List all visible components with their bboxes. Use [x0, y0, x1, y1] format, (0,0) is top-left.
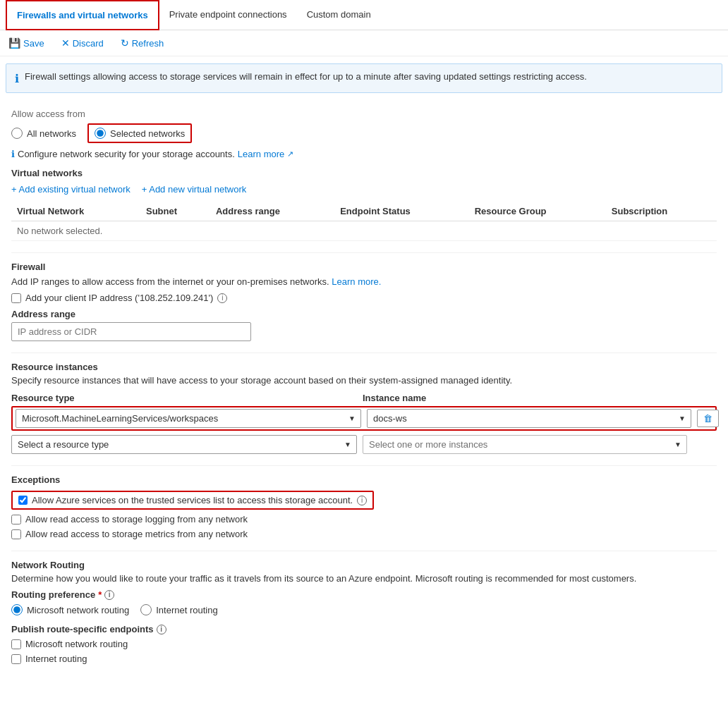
- access-section: Allow access from All networks Selected …: [11, 109, 717, 159]
- add-existing-vnet-button[interactable]: + Add existing virtual network: [11, 184, 131, 195]
- microsoft-routing-radio[interactable]: [11, 604, 23, 615]
- resource-instances-desc: Specify resource instances that will hav…: [11, 375, 717, 386]
- refresh-button[interactable]: ↻ Refresh: [118, 36, 167, 50]
- all-networks-option[interactable]: All networks: [11, 128, 76, 139]
- instance-name-select[interactable]: docs-ws: [367, 409, 691, 428]
- col-endpoint-status: Endpoint Status: [334, 202, 468, 221]
- no-network-text: No network selected.: [11, 221, 717, 241]
- publish-internet-routing-row: Internet routing: [11, 654, 717, 664]
- refresh-icon: ↻: [121, 37, 129, 49]
- microsoft-routing-label: Microsoft network routing: [27, 605, 129, 615]
- selected-networks-option[interactable]: Selected networks: [87, 123, 192, 143]
- no-network-row: No network selected.: [11, 221, 717, 241]
- col-subnet: Subnet: [140, 202, 210, 221]
- required-star: *: [98, 589, 102, 600]
- address-range-input[interactable]: [11, 322, 251, 341]
- col-address-range: Address range: [210, 202, 334, 221]
- save-button[interactable]: 💾 Save: [6, 36, 47, 50]
- toolbar: 💾 Save ✕ Discard ↻ Refresh: [0, 30, 728, 56]
- selected-networks-radio[interactable]: [95, 128, 106, 139]
- exception-0-info-icon: i: [357, 496, 367, 505]
- publish-microsoft-routing-row: Microsoft network routing: [11, 639, 717, 649]
- col-resource-group: Resource Group: [469, 202, 606, 221]
- info-bar: ℹ Firewall settings allowing access to s…: [6, 63, 722, 93]
- tab-custom-domain[interactable]: Custom domain: [297, 1, 381, 30]
- resource-instances-label: Resource instances: [11, 362, 717, 372]
- virtual-networks-section: Virtual networks + Add existing virtual …: [11, 168, 717, 241]
- access-section-label: Allow access from: [11, 109, 717, 119]
- routing-preference-info-icon: i: [104, 590, 114, 600]
- client-ip-info-icon: i: [217, 293, 227, 303]
- radio-group: All networks Selected networks: [11, 123, 717, 143]
- publish-microsoft-routing-checkbox[interactable]: [11, 639, 21, 649]
- tab-private-endpoints[interactable]: Private endpoint connections: [159, 1, 297, 30]
- exception-2-checkbox[interactable]: [11, 529, 21, 539]
- info-icon: ℹ: [15, 72, 19, 85]
- network-routing-section: Network Routing Determine how you would …: [11, 551, 717, 664]
- col-subscription: Subscription: [606, 202, 717, 221]
- discard-icon: ✕: [61, 37, 70, 49]
- empty-instance-select[interactable]: Select one or more instances: [363, 435, 687, 454]
- main-content: Allow access from All networks Selected …: [0, 100, 728, 677]
- resource-row-empty: Select a resource type ▼ Select one or m…: [11, 435, 717, 454]
- exception-2-text: Allow read access to storage metrics fro…: [25, 529, 248, 539]
- resource-col-headers: Resource type Instance name: [11, 393, 717, 403]
- routing-preference-label: Routing preference * i: [11, 589, 717, 600]
- publish-internet-routing-label: Internet routing: [25, 654, 87, 664]
- tabs-container: Firewalls and virtual networks Private e…: [0, 0, 728, 30]
- exception-0-text: Allow Azure services on the trusted serv…: [32, 495, 353, 505]
- external-link-icon: ↗: [287, 149, 293, 159]
- vnet-actions: + Add existing virtual network + Add new…: [11, 184, 717, 195]
- virtual-networks-label: Virtual networks: [11, 168, 717, 178]
- exception-row-2: Allow read access to storage metrics fro…: [11, 529, 717, 539]
- page-container: Firewalls and virtual networks Private e…: [0, 0, 728, 677]
- save-label: Save: [23, 38, 44, 49]
- helper-text-content: Configure network security for your stor…: [18, 149, 235, 159]
- exceptions-section: Exceptions Allow Azure services on the t…: [11, 465, 717, 539]
- delete-resource-button[interactable]: 🗑: [697, 410, 719, 427]
- save-icon: 💾: [8, 37, 20, 49]
- client-ip-checkbox[interactable]: [11, 293, 21, 303]
- firewall-desc: Add IP ranges to allow access from the i…: [11, 276, 717, 287]
- microsoft-routing-option[interactable]: Microsoft network routing: [11, 604, 129, 615]
- client-ip-checkbox-row: Add your client IP address ('108.252.109…: [11, 293, 717, 303]
- publish-endpoints-label: Publish route-specific endpoints i: [11, 624, 717, 634]
- publish-endpoints-text: Publish route-specific endpoints: [11, 624, 154, 634]
- refresh-label: Refresh: [132, 38, 164, 49]
- learn-more-link-firewall[interactable]: Learn more.: [332, 276, 381, 287]
- firewall-desc-text: Add IP ranges to allow access from the i…: [11, 276, 329, 287]
- resource-row-existing: Microsoft.MachineLearningServices/worksp…: [11, 406, 717, 431]
- publish-internet-routing-checkbox[interactable]: [11, 654, 21, 664]
- discard-label: Discard: [73, 38, 104, 49]
- routing-options-group: Microsoft network routing Internet routi…: [11, 604, 717, 615]
- exception-1-checkbox[interactable]: [11, 515, 21, 524]
- exception-row-0: Allow Azure services on the trusted serv…: [11, 491, 717, 510]
- col-virtual-network: Virtual Network: [11, 202, 140, 221]
- discard-button[interactable]: ✕ Discard: [59, 36, 107, 50]
- routing-preference-text: Routing preference: [11, 589, 95, 600]
- selected-networks-label: Selected networks: [110, 128, 185, 139]
- instance-name-select-wrapper: docs-ws ▼: [367, 409, 691, 428]
- empty-resource-type-select[interactable]: Select a resource type: [11, 435, 357, 454]
- internet-routing-option[interactable]: Internet routing: [140, 604, 217, 615]
- exception-0-checkbox[interactable]: [18, 496, 28, 505]
- publish-microsoft-routing-label: Microsoft network routing: [25, 639, 128, 649]
- resource-instances-section: Resource instances Specify resource inst…: [11, 352, 717, 454]
- exception-0-label[interactable]: Allow Azure services on the trusted serv…: [11, 491, 374, 510]
- helper-text: ℹ Configure network security for your st…: [11, 149, 717, 159]
- firewall-section: Firewall Add IP ranges to allow access f…: [11, 252, 717, 341]
- instance-name-col-header: Instance name: [363, 393, 717, 403]
- firewall-label: Firewall: [11, 262, 717, 272]
- tab-firewalls[interactable]: Firewalls and virtual networks: [6, 0, 159, 30]
- network-routing-desc: Determine how you would like to route yo…: [11, 573, 717, 584]
- resource-type-select[interactable]: Microsoft.MachineLearningServices/worksp…: [16, 409, 361, 428]
- resource-type-col-header: Resource type: [11, 393, 357, 403]
- add-new-vnet-button[interactable]: + Add new virtual network: [142, 184, 247, 195]
- internet-routing-radio[interactable]: [140, 604, 152, 615]
- learn-more-link-access[interactable]: Learn more: [238, 149, 284, 159]
- publish-endpoints-info-icon: i: [157, 625, 166, 634]
- exception-1-text: Allow read access to storage logging fro…: [25, 514, 248, 524]
- all-networks-radio[interactable]: [11, 128, 23, 139]
- empty-instance-select-wrapper: Select one or more instances ▼: [363, 435, 687, 454]
- network-routing-label: Network Routing: [11, 560, 717, 570]
